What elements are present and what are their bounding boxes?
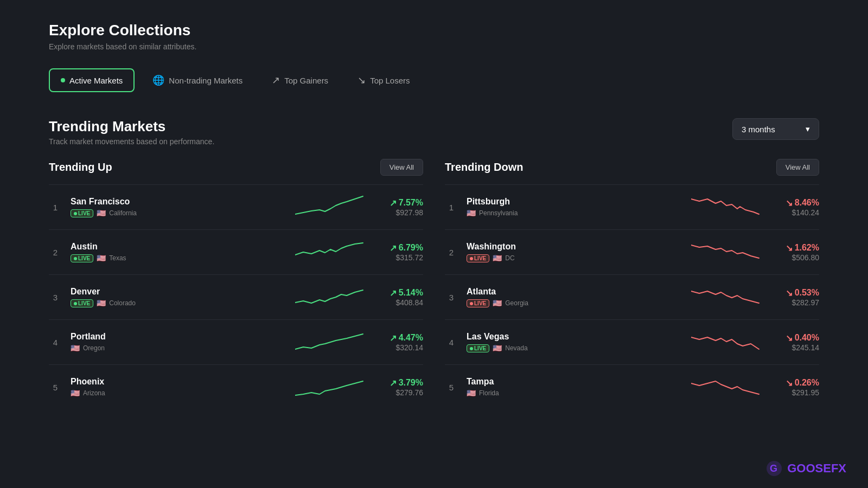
markets-grid: Trending Up View All 1 San Francisco LIV… <box>49 159 819 409</box>
logo-area: G GOOSEFX <box>765 460 846 477</box>
market-info: Las Vegas LIVE 🇺🇸 Nevada <box>467 332 682 352</box>
flag-icon: 🇺🇸 <box>493 254 502 262</box>
market-meta: 🇺🇸 Arizona <box>71 389 286 397</box>
market-info: Pittsburgh 🇺🇸 Pennsylvania <box>467 197 682 217</box>
tab-active-markets-label: Active Markets <box>69 76 123 85</box>
percent-change: ↘ 8.46% <box>770 198 819 208</box>
page-title: Explore Collections <box>49 22 819 39</box>
price-value: $140.24 <box>770 208 819 217</box>
region-label: Georgia <box>505 299 528 307</box>
live-badge: LIVE <box>467 344 489 352</box>
tab-top-gainers[interactable]: ↗ Top Gainers <box>260 68 340 92</box>
live-badge: LIVE <box>467 254 489 262</box>
market-name: Las Vegas <box>467 332 682 342</box>
sparkline-chart <box>295 329 366 356</box>
goosefx-logo-icon: G <box>765 460 783 477</box>
price-value: $279.76 <box>374 388 423 397</box>
region-label: Pennsylvania <box>479 209 518 217</box>
percent-change: ↗ 5.14% <box>374 288 423 298</box>
table-row: 2 Washington LIVE 🇺🇸 DC ↘ <box>445 230 819 275</box>
time-period-value: 3 months <box>742 125 775 134</box>
trending-down-panel: Trending Down View All 1 Pittsburgh 🇺🇸 P… <box>445 159 819 409</box>
market-info: San Francisco LIVE 🇺🇸 California <box>71 197 286 217</box>
market-value: ↗ 6.79% $315.72 <box>374 243 423 262</box>
chevron-down-icon: ▾ <box>806 124 810 134</box>
market-info: Austin LIVE 🇺🇸 Texas <box>71 242 286 262</box>
price-value: $291.95 <box>770 388 819 397</box>
market-name: Pittsburgh <box>467 197 682 207</box>
trending-up-view-all-button[interactable]: View All <box>380 159 423 176</box>
region-label: Texas <box>109 254 126 262</box>
percent-change: ↗ 7.57% <box>374 198 423 208</box>
market-info: Phoenix 🇺🇸 Arizona <box>71 377 286 397</box>
arrow-down-icon: ↘ <box>786 198 793 208</box>
tab-top-losers-label: Top Losers <box>370 76 410 85</box>
time-period-select[interactable]: 3 months ▾ <box>732 118 819 140</box>
tab-top-losers[interactable]: ↘ Top Losers <box>346 68 421 92</box>
trending-section-header: Trending Markets Track market movements … <box>49 118 819 146</box>
market-meta: LIVE 🇺🇸 California <box>71 209 286 217</box>
sparkline-chart <box>691 374 762 401</box>
percent-value: 0.40% <box>795 333 819 343</box>
market-value: ↗ 3.79% $279.76 <box>374 378 423 397</box>
table-row: 2 Austin LIVE 🇺🇸 Texas ↗ <box>49 230 423 275</box>
sparkline-chart <box>691 194 762 221</box>
market-info: Atlanta LIVE 🇺🇸 Georgia <box>467 287 682 307</box>
trending-down-title: Trending Down <box>445 161 523 174</box>
arrow-down-icon: ↘ <box>786 378 793 388</box>
market-value: ↘ 1.62% $506.80 <box>770 243 819 262</box>
globe-icon: 🌐 <box>152 74 164 86</box>
market-info: Tampa 🇺🇸 Florida <box>467 377 682 397</box>
sparkline-chart <box>295 284 366 311</box>
trending-subtitle: Track market movements based on performa… <box>49 137 214 146</box>
trending-title: Trending Markets <box>49 118 214 135</box>
page-header: Explore Collections Explore markets base… <box>49 22 819 51</box>
tab-active-markets[interactable]: Active Markets <box>49 68 135 92</box>
arrow-up-icon: ↗ <box>390 288 397 298</box>
rank-number: 5 <box>49 383 62 392</box>
logo-text: GOOSEFX <box>787 461 846 476</box>
percent-change: ↗ 6.79% <box>374 243 423 253</box>
tab-non-trading-markets[interactable]: 🌐 Non-trading Markets <box>141 68 254 92</box>
table-row: 1 Pittsburgh 🇺🇸 Pennsylvania ↘ <box>445 185 819 230</box>
region-label: Nevada <box>505 344 527 352</box>
percent-value: 1.62% <box>795 243 819 253</box>
active-dot-icon <box>61 78 65 82</box>
rank-number: 5 <box>445 383 458 392</box>
rank-number: 1 <box>445 203 458 212</box>
table-row: 4 Las Vegas LIVE 🇺🇸 Nevada <box>445 320 819 365</box>
market-name: Washington <box>467 242 682 252</box>
sparkline-chart <box>691 284 762 311</box>
percent-change: ↘ 0.40% <box>770 333 819 343</box>
region-label: Oregon <box>83 344 105 352</box>
arrow-down-right-icon: ↘ <box>358 74 366 86</box>
market-name: Atlanta <box>467 287 682 297</box>
table-row: 3 Denver LIVE 🇺🇸 Colorado ↗ <box>49 275 423 320</box>
market-name: Portland <box>71 332 286 342</box>
market-value: ↘ 0.40% $245.14 <box>770 333 819 352</box>
arrow-up-icon: ↗ <box>390 378 397 388</box>
market-meta: LIVE 🇺🇸 Texas <box>71 254 286 262</box>
flag-icon: 🇺🇸 <box>493 299 502 307</box>
price-value: $408.84 <box>374 298 423 307</box>
market-info: Portland 🇺🇸 Oregon <box>71 332 286 352</box>
arrow-down-icon: ↘ <box>786 288 793 298</box>
market-value: ↘ 0.26% $291.95 <box>770 378 819 397</box>
sparkline-chart <box>691 239 762 266</box>
trending-down-view-all-button[interactable]: View All <box>776 159 819 176</box>
page-subtitle: Explore markets based on similar attribu… <box>49 42 819 51</box>
rank-number: 3 <box>49 293 62 302</box>
percent-value: 0.53% <box>795 288 819 298</box>
market-value: ↗ 7.57% $927.98 <box>374 198 423 217</box>
percent-change: ↗ 4.47% <box>374 333 423 343</box>
flag-icon: 🇺🇸 <box>493 344 502 352</box>
table-row: 5 Phoenix 🇺🇸 Arizona ↗ 3.79 <box>49 365 423 409</box>
percent-change: ↘ 0.53% <box>770 288 819 298</box>
arrow-up-icon: ↗ <box>390 333 397 343</box>
region-label: California <box>109 209 137 217</box>
region-label: Florida <box>479 389 499 397</box>
region-label: DC <box>505 254 514 262</box>
rank-number: 2 <box>49 248 62 257</box>
flag-icon: 🇺🇸 <box>467 209 476 217</box>
flag-icon: 🇺🇸 <box>97 209 106 217</box>
